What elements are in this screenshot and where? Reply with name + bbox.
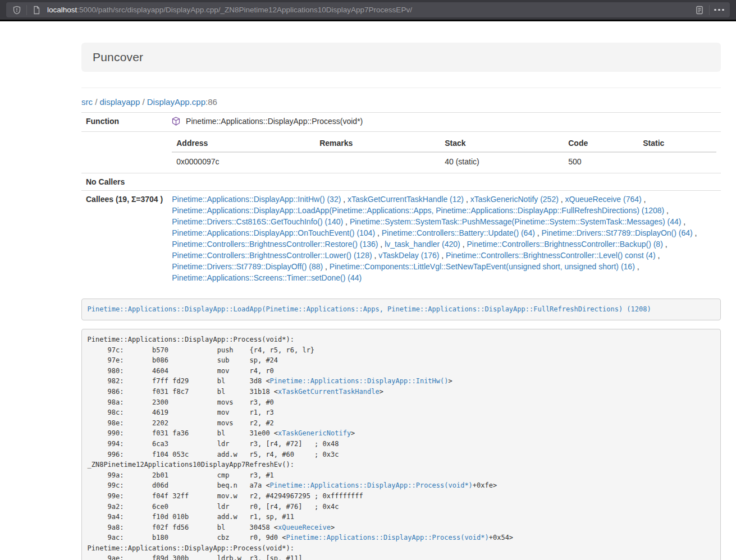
- breadcrumb-link[interactable]: DisplayApp.cpp: [147, 97, 205, 107]
- load-app-link[interactable]: Pinetime::Applications::DisplayApp::Load…: [88, 305, 651, 313]
- address-value: 0x0000097c: [172, 152, 315, 170]
- page-icon-svg: [33, 6, 40, 15]
- highlighted-symbol-block: Pinetime::Applications::DisplayApp::Load…: [81, 299, 721, 320]
- function-row: Function Pinetime::Applications::Display…: [81, 113, 721, 132]
- callee-link[interactable]: Pinetime::Applications::DisplayApp::Load…: [172, 206, 664, 215]
- callees-label: Callees (19, Σ=3704 ): [81, 191, 167, 287]
- callee-link[interactable]: Pinetime::Controllers::BrightnessControl…: [467, 240, 662, 249]
- function-name: Pinetime::Applications::DisplayApp::Proc…: [186, 117, 363, 126]
- breadcrumb-line-number: :86: [205, 97, 217, 107]
- page-info-icon[interactable]: [30, 3, 43, 17]
- shield-icon-svg: [12, 6, 21, 15]
- callees-row: Callees (19, Σ=3704 ) Pinetime::Applicat…: [81, 191, 721, 287]
- stats-cell: Address Remarks Stack Code Static 0x0000…: [167, 132, 721, 173]
- browser-toolbar: localhost:5000/path/src/displayapp/Displ…: [0, 0, 736, 20]
- col-code: Code: [564, 135, 638, 152]
- url-path: :5000/path/src/displayapp/DisplayApp.cpp…: [77, 6, 412, 14]
- col-stack: Stack: [440, 135, 564, 152]
- remarks-value: [315, 152, 440, 170]
- callee-link[interactable]: Pinetime::Drivers::St7789::DisplayOn() (…: [542, 228, 693, 237]
- no-callers-label: No Callers: [81, 173, 167, 191]
- stats-row: Address Remarks Stack Code Static 0x0000…: [81, 132, 721, 173]
- symbol-link[interactable]: Pinetime::Applications::DisplayApp::Init…: [270, 377, 449, 385]
- callee-link[interactable]: vTaskDelay (176): [378, 251, 439, 260]
- page-container: Puncover src / displayapp / DisplayApp.c…: [81, 43, 721, 560]
- urlbar-divider: [26, 5, 27, 15]
- callee-link[interactable]: Pinetime::Applications::DisplayApp::Init…: [172, 195, 341, 204]
- breadcrumb-link[interactable]: displayapp: [100, 97, 140, 107]
- stack-value: 40 (static): [440, 152, 564, 170]
- url-host: localhost: [47, 6, 77, 14]
- code-value: 500: [564, 152, 638, 170]
- symbol-link[interactable]: xTaskGenericNotify: [278, 429, 351, 437]
- callee-link[interactable]: Pinetime::Drivers::Cst816S::GetTouchInfo…: [172, 217, 343, 226]
- callee-link[interactable]: xTaskGetCurrentTaskHandle (12): [348, 195, 464, 204]
- urlbar-divider: [709, 5, 710, 15]
- breadcrumb: src / displayapp / DisplayApp.cpp:86: [81, 97, 721, 107]
- callers-row: No Callers: [81, 173, 721, 191]
- function-name-cell: Pinetime::Applications::DisplayApp::Proc…: [167, 113, 721, 132]
- callee-link[interactable]: Pinetime::Controllers::BrightnessControl…: [172, 251, 372, 260]
- callee-link[interactable]: xQueueReceive (764): [565, 195, 642, 204]
- callee-link[interactable]: Pinetime::Controllers::Battery::Update()…: [382, 228, 535, 237]
- page-actions-icon[interactable]: [712, 3, 726, 17]
- callee-link[interactable]: Pinetime::Drivers::St7789::DisplayOff() …: [172, 262, 323, 271]
- breadcrumb-link[interactable]: src: [81, 97, 93, 107]
- assembly-code: Pinetime::Applications::DisplayApp::Proc…: [81, 329, 721, 560]
- url-bar[interactable]: localhost:5000/path/src/displayapp/Displ…: [6, 2, 730, 17]
- callee-link[interactable]: Pinetime::System::SystemTask::PushMessag…: [350, 217, 682, 226]
- col-static: Static: [638, 135, 716, 152]
- package-icon: [172, 118, 182, 127]
- callee-link[interactable]: lv_task_handler (420): [385, 240, 460, 249]
- callers-cell: [167, 173, 721, 191]
- callee-link[interactable]: Pinetime::Controllers::BrightnessControl…: [172, 240, 378, 249]
- callee-link[interactable]: xTaskGenericNotify (252): [470, 195, 559, 204]
- callee-link[interactable]: Pinetime::Components::LittleVgl::SetNewT…: [330, 262, 635, 271]
- callees-cell: Pinetime::Applications::DisplayApp::Init…: [167, 191, 721, 287]
- stats-table: Address Remarks Stack Code Static 0x0000…: [172, 135, 716, 170]
- reader-icon-svg: [696, 6, 703, 15]
- symbol-link[interactable]: Pinetime::Applications::DisplayApp::Proc…: [286, 534, 489, 541]
- static-value: [638, 152, 716, 170]
- page-title: Puncover: [93, 51, 710, 64]
- callee-link[interactable]: Pinetime::Applications::DisplayApp::OnTo…: [172, 228, 375, 237]
- symbol-link[interactable]: xTaskGetCurrentTaskHandle: [278, 388, 380, 396]
- symbol-link[interactable]: Pinetime::Applications::DisplayApp::Proc…: [270, 481, 473, 489]
- window-edge: [0, 20, 736, 21]
- callee-link[interactable]: Pinetime::Controllers::BrightnessControl…: [446, 251, 655, 260]
- reader-mode-icon[interactable]: [693, 3, 706, 17]
- callee-link[interactable]: Pinetime::Applications::Screens::Timer::…: [172, 273, 362, 282]
- shield-icon[interactable]: [10, 3, 24, 17]
- app-header: Puncover: [81, 43, 721, 72]
- empty-label: [81, 132, 167, 173]
- url-text[interactable]: localhost:5000/path/src/displayapp/Displ…: [47, 6, 693, 14]
- function-table: Function Pinetime::Applications::Display…: [81, 112, 721, 286]
- function-label: Function: [81, 113, 167, 132]
- divider: [81, 88, 721, 88]
- symbol-link[interactable]: xQueueReceive: [278, 524, 331, 531]
- stats-data-row: 0x0000097c 40 (static) 500: [172, 152, 716, 170]
- col-address: Address: [172, 135, 315, 152]
- col-remarks: Remarks: [315, 135, 440, 152]
